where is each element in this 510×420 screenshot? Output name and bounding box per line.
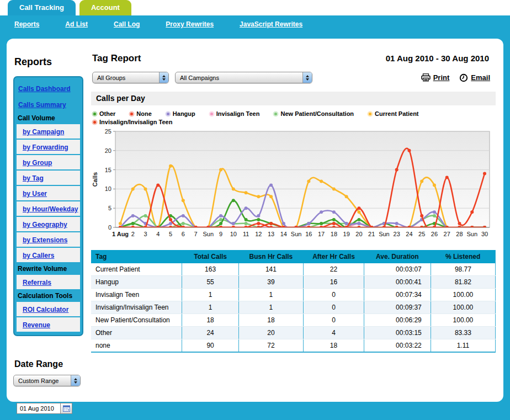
table-cell: 83.33 [431, 327, 495, 339]
campaigns-select[interactable]: All Campaigns [175, 72, 312, 83]
svg-text:25: 25 [418, 231, 425, 237]
page-title: Tag Report [92, 53, 141, 64]
sidebar-group-rewrite-volume: Rewrite Volume [17, 263, 80, 275]
table-cell: 0 [304, 301, 364, 314]
main-area: Tag Report 01 Aug 2010 - 30 Aug 2010 All… [91, 52, 496, 420]
legend-dot-icon [167, 113, 169, 115]
sidebar-item-by-group[interactable]: by Group [23, 159, 52, 167]
svg-text:21: 21 [368, 231, 375, 237]
nav-link-call-log[interactable]: Call Log [114, 20, 140, 28]
tab-call-tracking[interactable]: Call Tracking [8, 0, 76, 15]
content-panel: Reports Calls DashboardCalls SummaryCall… [7, 39, 503, 402]
table-header-row: TagTotal CallsBusn Hr CallsAfter Hr Call… [91, 250, 496, 263]
sidebar-item-by-user[interactable]: by User [23, 190, 47, 198]
table-row-invisalign-invisalign-teen: Invisalign/Invisalign Teen11000:09:37100… [91, 301, 496, 314]
legend-dot-icon [93, 113, 96, 115]
calendar-icon [63, 405, 70, 412]
sidebar-item-calls-summary[interactable]: Calls Summary [18, 101, 66, 109]
svg-text:3: 3 [144, 231, 147, 237]
svg-text:1 Aug: 1 Aug [112, 231, 129, 237]
legend-item-other[interactable]: Other [93, 110, 115, 117]
sidebar-item-calls-dashboard[interactable]: Calls Dashboard [18, 85, 71, 93]
svg-text:5: 5 [108, 205, 111, 211]
table-cell: 18 [304, 339, 364, 353]
select-arrows-icon [71, 375, 80, 386]
legend-item-none[interactable]: None [130, 110, 152, 117]
select-arrows-icon [302, 72, 312, 83]
table-cell: 98.77 [431, 263, 495, 276]
svg-text:12: 12 [255, 231, 262, 237]
sidebar-item-by-campaign[interactable]: by Campaign [23, 128, 64, 136]
table-cell: 00:06:29 [364, 314, 431, 327]
svg-text:Calls: Calls [92, 172, 98, 187]
table-cell: 100.00 [431, 301, 495, 314]
legend-dot-icon [93, 121, 96, 124]
date-range-preset-value: Custom Range [14, 375, 71, 386]
date-range-preset-select[interactable]: Custom Range [13, 375, 81, 386]
nav-link-proxy-rewrites[interactable]: Proxy Rewrites [166, 20, 214, 28]
sidebar-item-by-hour-weekday[interactable]: by Hour/Weekday [23, 205, 78, 213]
table-cell: 39 [238, 276, 303, 289]
groups-select[interactable]: All Groups [92, 72, 169, 83]
start-date-field [17, 403, 83, 414]
legend-item-hangup[interactable]: Hangup [167, 110, 195, 117]
table-cell: 24 [182, 327, 239, 339]
table-cell: 100.00 [431, 314, 495, 327]
svg-text:30: 30 [481, 231, 488, 237]
start-date-input[interactable] [17, 403, 61, 414]
legend-item-current-patient[interactable]: Current Patient [369, 110, 418, 117]
svg-text:9: 9 [219, 231, 222, 237]
sidebar: Reports Calls DashboardCalls SummaryCall… [13, 52, 83, 420]
legend-item-new-patient-consultation[interactable]: New Patient/Consultation [274, 110, 354, 117]
table-row-invisalign-teen: Invisalign Teen11000:07:34100.00 [91, 289, 496, 301]
start-date-calendar-button[interactable] [61, 403, 72, 414]
nav-link-reports[interactable]: Reports [14, 20, 39, 28]
table-cell: 55 [182, 276, 239, 289]
legend-item-invisalign-invisalign-teen[interactable]: Invisalign/Invisalign Teen [93, 119, 172, 125]
sidebar-item-by-tag[interactable]: by Tag [23, 174, 44, 182]
sidebar-item-by-geography[interactable]: by Geography [23, 221, 67, 228]
calls-per-day-chart: 0510152025Calls1 Aug234567Sun91011121314… [91, 126, 496, 243]
svg-text:6: 6 [182, 231, 185, 237]
svg-text:26: 26 [431, 231, 438, 237]
chart-title: Calls per Day [91, 92, 496, 105]
email-label: Email [471, 73, 490, 82]
svg-text:0: 0 [108, 224, 111, 231]
sidebar-row: by Tag [17, 171, 80, 185]
table-cell: 18 [182, 314, 239, 327]
sidebar-title: Reports [14, 56, 83, 68]
print-link[interactable]: Print [421, 73, 450, 82]
column-header-after-hr-calls: After Hr Calls [304, 250, 364, 263]
legend-dot-icon [210, 113, 213, 115]
sidebar-row: Calls Dashboard [17, 81, 80, 97]
table-cell: 00:03:07 [364, 263, 431, 276]
legend-item-invisalign-teen[interactable]: Invisalign Teen [210, 110, 260, 117]
svg-text:13: 13 [268, 231, 274, 237]
sidebar-row: Revenue [17, 317, 80, 332]
table-cell: 1 [238, 289, 303, 301]
sidebar-item-roi-calculator[interactable]: ROI Calculator [23, 306, 68, 313]
sidebar-item-by-callers[interactable]: by Callers [23, 252, 54, 259]
report-date-range: 01 Aug 2010 - 30 Aug 2010 [386, 54, 489, 63]
table-cell: 20 [238, 327, 303, 339]
select-arrows-icon [159, 72, 168, 83]
table-cell: 16 [304, 276, 364, 289]
sidebar-item-by-extensions[interactable]: by Extensions [23, 236, 67, 244]
table-cell: Invisalign/Invisalign Teen [91, 301, 182, 314]
groups-select-value: All Groups [93, 72, 159, 83]
sidebar-item-revenue[interactable]: Revenue [23, 321, 50, 329]
svg-text:28: 28 [456, 231, 463, 237]
nav-link-ad-list[interactable]: Ad List [65, 20, 88, 28]
svg-text:Sun: Sun [291, 231, 302, 237]
legend-label: Current Patient [375, 110, 418, 117]
reports-nav: Calls DashboardCalls SummaryCall Volumeb… [13, 76, 83, 336]
sidebar-item-referrals[interactable]: Referrals [23, 279, 51, 286]
nav-link-javascript-rewrites[interactable]: JavaScript Rewrites [240, 20, 302, 28]
clock-icon [459, 73, 468, 82]
sidebar-row: by Extensions [17, 232, 80, 247]
sidebar-item-by-forwarding[interactable]: by Forwarding [23, 143, 68, 151]
table-cell: 90 [182, 339, 239, 353]
email-link[interactable]: Email [459, 73, 490, 82]
tab-account[interactable]: Account [79, 0, 131, 15]
svg-text:23: 23 [394, 231, 400, 237]
